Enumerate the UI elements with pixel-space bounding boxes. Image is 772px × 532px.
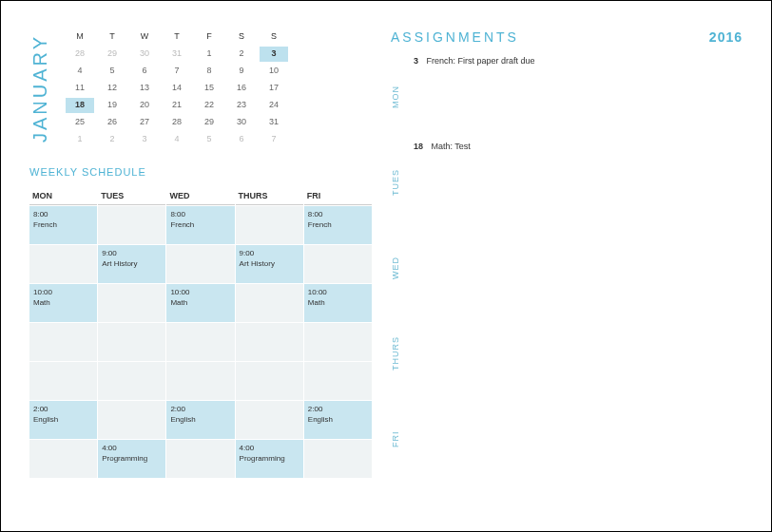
calendar-date-cell: 11 [66,81,94,96]
month-label: JANUARY [29,29,51,147]
assignments-header: ASSIGNMENTS 2016 [391,29,743,45]
schedule-cell [236,284,303,322]
assignment-day-label: TUES [391,140,408,225]
calendar-day-header: M [66,29,94,45]
calendar-day-header: S [260,29,288,45]
calendar-date-cell: 4 [163,132,191,147]
schedule-cell [98,206,165,244]
schedule-cell [98,401,165,439]
calendar-date-cell: 6 [130,64,159,79]
calendar-day-header: F [195,29,223,45]
calendar-date-cell: 31 [260,115,288,130]
schedule-cell [236,362,303,400]
schedule-cell: 4:00Programming [98,440,165,478]
calendar-date-cell: 1 [195,47,223,62]
calendar-date-cell: 27 [130,115,159,130]
calendar-date-cell: 18 [66,98,94,113]
schedule-day-header: TUES [98,187,165,205]
assignment-day-label: MON [391,54,408,140]
right-column: ASSIGNMENTS 2016 MON3 French: First pape… [391,29,743,512]
schedule-cell: 9:00Art History [236,245,303,283]
calendar-date-cell: 19 [98,98,126,113]
schedule-cell [29,362,97,400]
schedule-cell [304,323,372,361]
assignment-day-row: THURS [391,311,743,396]
schedule-cell [304,362,372,400]
weekly-schedule-title: WEEKLY SCHEDULE [29,166,372,178]
calendar-date-cell: 5 [195,132,223,147]
calendar-date-cell: 25 [66,115,94,130]
calendar-date-cell: 7 [260,132,288,147]
calendar-date-cell: 2 [227,47,256,62]
calendar-date-cell: 29 [195,115,223,130]
schedule-day-header: THURS [236,187,303,205]
assignment-day-label: WED [391,225,408,311]
weekly-schedule-grid: MONTUESWEDTHURSFRI8:00French8:00French8:… [29,187,372,478]
schedule-cell: 8:00French [29,206,97,244]
calendar-date-cell: 1 [66,132,94,147]
schedule-cell: 10:00Math [304,284,372,322]
schedule-cell: 2:00English [304,401,372,439]
calendar-date-cell: 30 [130,47,159,62]
schedule-cell [236,323,303,361]
schedule-day-header: FRI [304,187,372,205]
schedule-cell [29,323,97,361]
calendar-date-cell: 20 [130,98,159,113]
schedule-cell: 8:00French [166,206,234,244]
schedule-cell: 9:00Art History [98,245,165,283]
assignment-entry: 18 Math: Test [414,142,471,151]
calendar-date-cell: 13 [130,81,159,96]
assignment-day-label: THURS [391,311,408,396]
calendar: JANUARY MTWTFSS2829303112345678910111213… [29,29,372,147]
schedule-day-header: WED [166,187,234,205]
calendar-date-cell: 31 [163,47,191,62]
calendar-date-cell: 14 [163,81,191,96]
assignment-entry: 3 French: First paper draft due [414,56,535,66]
calendar-date-cell: 9 [227,64,256,79]
schedule-cell [304,245,372,283]
calendar-date-cell: 4 [66,64,94,79]
calendar-date-cell: 7 [163,64,191,79]
assignments-body: MON3 French: First paper draft dueTUES18… [391,54,743,482]
calendar-date-cell: 6 [227,132,256,147]
schedule-cell [29,440,97,478]
schedule-cell [166,245,234,283]
calendar-grid: MTWTFSS282930311234567891011121314151617… [66,29,288,147]
calendar-date-cell: 28 [163,115,191,130]
calendar-date-cell: 23 [227,98,256,113]
planner-page: JANUARY MTWTFSS2829303112345678910111213… [0,0,772,532]
calendar-date-cell: 29 [98,47,126,62]
calendar-date-cell: 8 [195,64,223,79]
calendar-day-header: S [227,29,256,45]
assignment-day-row: FRI [391,396,743,482]
schedule-cell [98,323,165,361]
calendar-date-cell: 26 [98,115,126,130]
calendar-date-cell: 3 [130,132,159,147]
calendar-date-cell: 10 [260,64,288,79]
schedule-cell [98,284,165,322]
calendar-date-cell: 12 [98,81,126,96]
calendar-date-cell: 16 [227,81,256,96]
schedule-cell [166,323,234,361]
schedule-cell [304,440,372,478]
schedule-cell: 10:00Math [29,284,97,322]
calendar-date-cell: 28 [66,47,94,62]
calendar-date-cell: 22 [195,98,223,113]
calendar-date-cell: 3 [260,47,288,62]
schedule-cell [236,401,303,439]
schedule-cell [98,362,165,400]
schedule-cell [236,206,303,244]
schedule-cell: 10:00Math [166,284,234,322]
calendar-day-header: T [98,29,126,45]
assignments-year: 2016 [709,29,743,45]
schedule-cell: 4:00Programming [236,440,303,478]
calendar-date-cell: 5 [98,64,126,79]
calendar-date-cell: 24 [260,98,288,113]
schedule-cell: 8:00French [304,206,372,244]
schedule-cell [29,245,97,283]
schedule-cell [166,362,234,400]
schedule-cell [166,440,234,478]
left-column: JANUARY MTWTFSS2829303112345678910111213… [29,29,372,512]
assignments-title: ASSIGNMENTS [391,29,519,45]
schedule-cell: 2:00English [29,401,97,439]
